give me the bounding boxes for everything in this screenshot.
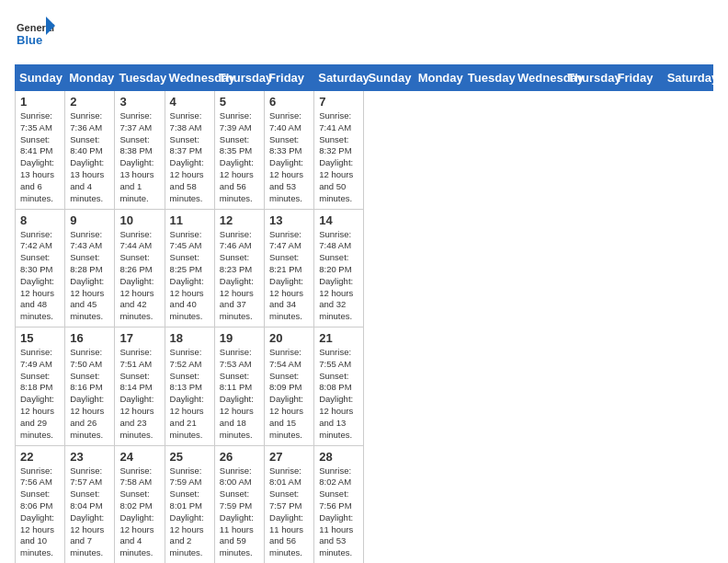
cell-sun-info: Sunrise: 7:49 AM Sunset: 8:18 PM Dayligh… xyxy=(20,347,60,442)
calendar-cell: 9Sunrise: 7:43 AM Sunset: 8:28 PM Daylig… xyxy=(65,209,115,327)
header-friday: Friday xyxy=(265,65,314,91)
header-row: SundayMondayTuesdayWednesdayThursdayFrid… xyxy=(16,65,713,91)
day-number: 14 xyxy=(319,213,358,227)
day-number: 21 xyxy=(319,331,358,345)
day-number: 19 xyxy=(220,331,259,345)
day-number: 3 xyxy=(119,95,159,109)
day-number: 26 xyxy=(220,450,259,464)
day-number: 9 xyxy=(70,213,109,227)
page-header: General Blue xyxy=(15,15,713,55)
calendar-cell: 12Sunrise: 7:46 AM Sunset: 8:23 PM Dayli… xyxy=(214,209,264,327)
cell-sun-info: Sunrise: 7:51 AM Sunset: 8:14 PM Dayligh… xyxy=(119,347,159,442)
day-number: 16 xyxy=(70,331,109,345)
calendar-cell: 22Sunrise: 7:56 AM Sunset: 8:06 PM Dayli… xyxy=(16,445,65,563)
day-number: 23 xyxy=(70,450,109,464)
cell-sun-info: Sunrise: 7:38 AM Sunset: 8:37 PM Dayligh… xyxy=(170,110,210,205)
header-sunday: Sunday xyxy=(16,65,65,91)
calendar-cell: 10Sunrise: 7:44 AM Sunset: 8:26 PM Dayli… xyxy=(115,209,165,327)
day-number: 28 xyxy=(319,450,358,464)
calendar-cell: 15Sunrise: 7:49 AM Sunset: 8:18 PM Dayli… xyxy=(16,327,65,446)
calendar-cell: 26Sunrise: 8:00 AM Sunset: 7:59 PM Dayli… xyxy=(214,445,264,563)
cell-sun-info: Sunrise: 7:50 AM Sunset: 8:16 PM Dayligh… xyxy=(70,347,109,442)
cell-sun-info: Sunrise: 7:40 AM Sunset: 8:33 PM Dayligh… xyxy=(269,110,309,205)
day-number: 22 xyxy=(20,450,60,464)
logo: General Blue xyxy=(15,15,55,55)
day-number: 27 xyxy=(269,450,309,464)
cell-sun-info: Sunrise: 7:36 AM Sunset: 8:40 PM Dayligh… xyxy=(70,110,109,205)
calendar-cell: 7Sunrise: 7:41 AM Sunset: 8:32 PM Daylig… xyxy=(314,91,364,210)
day-number: 8 xyxy=(20,213,60,227)
calendar-cell: 27Sunrise: 8:01 AM Sunset: 7:57 PM Dayli… xyxy=(265,445,314,563)
calendar-cell: 11Sunrise: 7:45 AM Sunset: 8:25 PM Dayli… xyxy=(165,209,214,327)
day-number: 25 xyxy=(170,450,210,464)
day-number: 15 xyxy=(20,331,60,345)
day-number: 13 xyxy=(269,213,309,227)
calendar-cell: 1Sunrise: 7:35 AM Sunset: 8:41 PM Daylig… xyxy=(16,91,65,210)
cell-sun-info: Sunrise: 7:44 AM Sunset: 8:26 PM Dayligh… xyxy=(119,229,159,324)
header-wednesday: Wednesday xyxy=(165,65,214,91)
header-monday: Monday xyxy=(65,65,115,91)
header-saturday: Saturday xyxy=(314,65,364,91)
cell-sun-info: Sunrise: 7:39 AM Sunset: 8:35 PM Dayligh… xyxy=(220,110,259,205)
calendar-cell: 2Sunrise: 7:36 AM Sunset: 8:40 PM Daylig… xyxy=(65,91,115,210)
calendar-cell: 21Sunrise: 7:55 AM Sunset: 8:08 PM Dayli… xyxy=(314,327,364,446)
calendar-cell: 5Sunrise: 7:39 AM Sunset: 8:35 PM Daylig… xyxy=(214,91,264,210)
week-row-3: 15Sunrise: 7:49 AM Sunset: 8:18 PM Dayli… xyxy=(16,327,713,446)
col-header-friday: Friday xyxy=(613,65,663,91)
cell-sun-info: Sunrise: 7:58 AM Sunset: 8:02 PM Dayligh… xyxy=(119,465,159,560)
calendar-cell: 16Sunrise: 7:50 AM Sunset: 8:16 PM Dayli… xyxy=(65,327,115,446)
header-tuesday: Tuesday xyxy=(115,65,165,91)
calendar-cell: 17Sunrise: 7:51 AM Sunset: 8:14 PM Dayli… xyxy=(115,327,165,446)
cell-sun-info: Sunrise: 8:00 AM Sunset: 7:59 PM Dayligh… xyxy=(220,465,259,560)
calendar-cell: 8Sunrise: 7:42 AM Sunset: 8:30 PM Daylig… xyxy=(16,209,65,327)
calendar-cell: 14Sunrise: 7:48 AM Sunset: 8:20 PM Dayli… xyxy=(314,209,364,327)
cell-sun-info: Sunrise: 7:35 AM Sunset: 8:41 PM Dayligh… xyxy=(20,110,60,205)
cell-sun-info: Sunrise: 7:47 AM Sunset: 8:21 PM Dayligh… xyxy=(269,229,309,324)
day-number: 2 xyxy=(70,95,109,109)
cell-sun-info: Sunrise: 7:48 AM Sunset: 8:20 PM Dayligh… xyxy=(319,229,358,324)
day-number: 20 xyxy=(269,331,309,345)
day-number: 1 xyxy=(20,95,60,109)
cell-sun-info: Sunrise: 7:41 AM Sunset: 8:32 PM Dayligh… xyxy=(319,110,358,205)
week-row-1: 1Sunrise: 7:35 AM Sunset: 8:41 PM Daylig… xyxy=(16,91,713,210)
logo-svg: General Blue xyxy=(15,15,55,55)
day-number: 6 xyxy=(269,95,309,109)
calendar-cell: 23Sunrise: 7:57 AM Sunset: 8:04 PM Dayli… xyxy=(65,445,115,563)
calendar-cell: 25Sunrise: 7:59 AM Sunset: 8:01 PM Dayli… xyxy=(165,445,214,563)
calendar-cell: 19Sunrise: 7:53 AM Sunset: 8:11 PM Dayli… xyxy=(214,327,264,446)
week-row-2: 8Sunrise: 7:42 AM Sunset: 8:30 PM Daylig… xyxy=(16,209,713,327)
day-number: 18 xyxy=(170,331,210,345)
cell-sun-info: Sunrise: 8:01 AM Sunset: 7:57 PM Dayligh… xyxy=(269,465,309,560)
col-header-monday: Monday xyxy=(414,65,463,91)
col-header-wednesday: Wednesday xyxy=(514,65,563,91)
cell-sun-info: Sunrise: 7:59 AM Sunset: 8:01 PM Dayligh… xyxy=(170,465,210,560)
calendar-cell: 4Sunrise: 7:38 AM Sunset: 8:37 PM Daylig… xyxy=(165,91,214,210)
calendar-cell: 18Sunrise: 7:52 AM Sunset: 8:13 PM Dayli… xyxy=(165,327,214,446)
cell-sun-info: Sunrise: 7:54 AM Sunset: 8:09 PM Dayligh… xyxy=(269,347,309,442)
cell-sun-info: Sunrise: 7:56 AM Sunset: 8:06 PM Dayligh… xyxy=(20,465,60,560)
cell-sun-info: Sunrise: 7:37 AM Sunset: 8:38 PM Dayligh… xyxy=(119,110,159,205)
svg-text:Blue: Blue xyxy=(17,33,42,47)
day-number: 17 xyxy=(119,331,159,345)
day-number: 7 xyxy=(319,95,358,109)
col-header-tuesday: Tuesday xyxy=(463,65,513,91)
col-header-thursday: Thursday xyxy=(563,65,613,91)
col-header-sunday: Sunday xyxy=(364,65,414,91)
cell-sun-info: Sunrise: 7:42 AM Sunset: 8:30 PM Dayligh… xyxy=(20,229,60,324)
header-thursday: Thursday xyxy=(214,65,264,91)
cell-sun-info: Sunrise: 7:52 AM Sunset: 8:13 PM Dayligh… xyxy=(170,347,210,442)
cell-sun-info: Sunrise: 8:02 AM Sunset: 7:56 PM Dayligh… xyxy=(319,465,358,560)
cell-sun-info: Sunrise: 7:46 AM Sunset: 8:23 PM Dayligh… xyxy=(220,229,259,324)
calendar-cell: 3Sunrise: 7:37 AM Sunset: 8:38 PM Daylig… xyxy=(115,91,165,210)
cell-sun-info: Sunrise: 7:57 AM Sunset: 8:04 PM Dayligh… xyxy=(70,465,109,560)
calendar-cell: 28Sunrise: 8:02 AM Sunset: 7:56 PM Dayli… xyxy=(314,445,364,563)
day-number: 11 xyxy=(170,213,210,227)
week-row-4: 22Sunrise: 7:56 AM Sunset: 8:06 PM Dayli… xyxy=(16,445,713,563)
calendar-cell: 24Sunrise: 7:58 AM Sunset: 8:02 PM Dayli… xyxy=(115,445,165,563)
cell-sun-info: Sunrise: 7:45 AM Sunset: 8:25 PM Dayligh… xyxy=(170,229,210,324)
cell-sun-info: Sunrise: 7:43 AM Sunset: 8:28 PM Dayligh… xyxy=(70,229,109,324)
day-number: 10 xyxy=(119,213,159,227)
cell-sun-info: Sunrise: 7:55 AM Sunset: 8:08 PM Dayligh… xyxy=(319,347,358,442)
calendar-cell: 6Sunrise: 7:40 AM Sunset: 8:33 PM Daylig… xyxy=(265,91,314,210)
day-number: 24 xyxy=(119,450,159,464)
